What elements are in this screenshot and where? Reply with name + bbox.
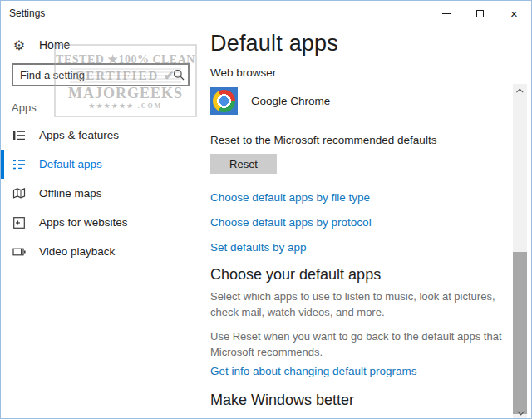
close-button[interactable]: ×: [497, 1, 531, 26]
sidebar-item-label: Default apps: [39, 158, 102, 170]
apps-for-websites-icon: [12, 216, 27, 229]
sidebar-item-apps-for-websites[interactable]: Apps for websites: [1, 208, 200, 237]
sidebar-item-home[interactable]: ⚙ Home: [1, 32, 200, 57]
default-apps-links: Choose default apps by file type Choose …: [210, 190, 510, 255]
sidebar-item-label: Video playback: [39, 245, 115, 258]
sidebar-nav: Apps & features Default apps: [1, 121, 200, 266]
link-choose-by-protocol[interactable]: Choose default apps by protocol: [210, 215, 510, 230]
video-playback-icon: [12, 245, 27, 259]
minimize-icon: [442, 13, 451, 14]
reset-section-label: Reset to the Microsoft recommended defau…: [210, 133, 510, 148]
link-get-info-default-programs[interactable]: Get info about changing default programs: [210, 364, 510, 379]
maximize-button[interactable]: [463, 1, 497, 26]
chevron-up-icon: [516, 88, 523, 95]
sidebar-item-offline-maps[interactable]: Offline maps: [1, 179, 200, 208]
apps-features-icon: [12, 129, 27, 142]
choose-description: Select which apps to use to listen to mu…: [210, 288, 510, 320]
titlebar: Settings ×: [1, 1, 531, 27]
scroll-track[interactable]: [513, 98, 527, 405]
page-title: Default apps: [210, 31, 510, 56]
link-set-defaults-by-app[interactable]: Set defaults by app: [210, 240, 510, 255]
settings-window: Settings × ⚙ Home: [0, 0, 532, 419]
web-browser-label: Web browser: [210, 66, 510, 81]
scroll-thumb[interactable]: [513, 252, 527, 414]
search-box[interactable]: [12, 63, 190, 86]
sidebar-item-apps-features[interactable]: Apps & features: [1, 121, 200, 150]
sidebar-item-label: Offline maps: [39, 187, 102, 200]
window-title: Settings: [9, 7, 45, 19]
scrollbar[interactable]: [513, 84, 527, 419]
reset-note: Use Reset when you want to go back to th…: [210, 328, 510, 360]
window-controls: ×: [429, 1, 531, 26]
default-browser-item[interactable]: Google Chrome: [210, 87, 377, 115]
sidebar-item-label: Apps & features: [39, 129, 119, 141]
sidebar-section-label: Apps: [12, 101, 200, 114]
search-input[interactable]: [13, 69, 170, 81]
chrome-logo-icon: [213, 90, 235, 112]
link-choose-by-file-type[interactable]: Choose default apps by file type: [210, 190, 510, 205]
home-label: Home: [39, 38, 70, 52]
sidebar-item-video-playback[interactable]: Video playback: [1, 237, 200, 266]
sidebar-item-label: Apps for websites: [39, 216, 128, 229]
make-windows-better-heading: Make Windows better: [210, 391, 510, 409]
default-apps-icon: [12, 158, 27, 171]
gear-icon: ⚙: [12, 37, 27, 53]
main-content: Default apps Web browser Google Chrome R…: [200, 27, 531, 419]
sidebar: ⚙ Home Apps: [1, 27, 200, 419]
browser-name: Google Chrome: [251, 95, 330, 107]
search-icon[interactable]: [170, 69, 188, 81]
minimize-button[interactable]: [429, 1, 463, 26]
link-give-us-feedback[interactable]: Give us feedback: [210, 415, 510, 419]
offline-maps-icon: [12, 187, 27, 200]
maximize-icon: [476, 10, 484, 17]
reset-button[interactable]: Reset: [210, 154, 277, 174]
sidebar-item-default-apps[interactable]: Default apps: [1, 150, 200, 179]
chrome-tile: [210, 87, 238, 115]
scroll-up-button[interactable]: [513, 84, 527, 98]
choose-default-apps-heading: Choose your default apps: [210, 265, 510, 283]
close-icon: ×: [510, 7, 518, 20]
